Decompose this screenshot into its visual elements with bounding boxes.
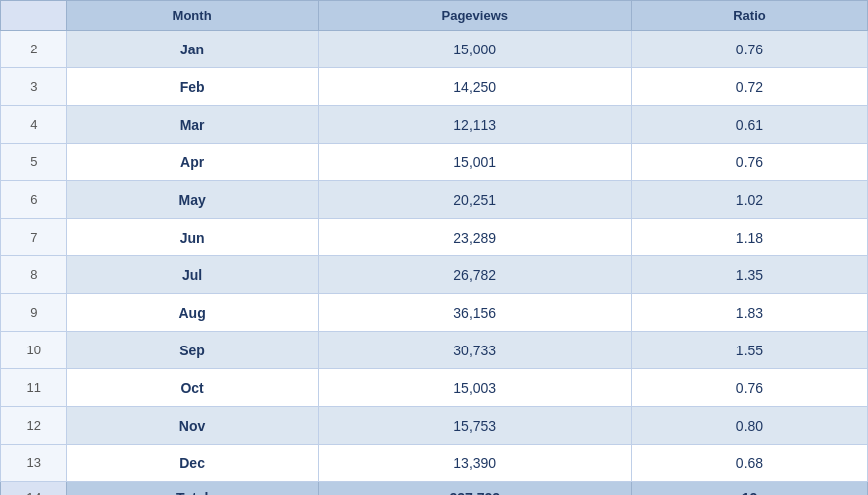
table-row: 4Mar12,1130.61 xyxy=(1,106,868,144)
cell-pageviews: 12,113 xyxy=(318,106,631,144)
col-header-month: Month xyxy=(66,1,318,31)
cell-ratio: 1.18 xyxy=(631,219,867,256)
cell-ratio: 0.72 xyxy=(631,68,867,106)
cell-month: Mar xyxy=(66,106,318,144)
cell-ratio: 0.80 xyxy=(631,407,867,445)
table-row: 13Dec13,3900.68 xyxy=(1,445,868,482)
footer-month: Total xyxy=(66,482,318,496)
header-row: Month Pageviews Ratio xyxy=(1,1,868,31)
cell-ratio: 0.61 xyxy=(631,106,867,144)
cell-pageviews: 23,289 xyxy=(318,219,631,256)
cell-month: Dec xyxy=(66,445,318,482)
cell-rownum: 10 xyxy=(1,332,67,369)
cell-rownum: 8 xyxy=(1,256,67,294)
table-row: 3Feb14,2500.72 xyxy=(1,68,868,106)
cell-month: Jan xyxy=(66,31,318,68)
col-header-pageviews: Pageviews xyxy=(318,1,631,31)
table-row: 9Aug36,1561.83 xyxy=(1,294,868,332)
cell-pageviews: 20,251 xyxy=(318,181,631,219)
col-header-ratio: Ratio xyxy=(631,1,867,31)
cell-rownum: 13 xyxy=(1,445,67,482)
footer-pageviews: 237,722 xyxy=(318,482,631,496)
cell-ratio: 1.83 xyxy=(631,294,867,332)
cell-ratio: 1.55 xyxy=(631,332,867,369)
table-row: 10Sep30,7331.55 xyxy=(1,332,868,369)
cell-month: Nov xyxy=(66,407,318,445)
cell-pageviews: 15,000 xyxy=(318,31,631,68)
cell-pageviews: 15,003 xyxy=(318,369,631,407)
cell-rownum: 2 xyxy=(1,31,67,68)
cell-pageviews: 26,782 xyxy=(318,256,631,294)
cell-ratio: 0.76 xyxy=(631,31,867,68)
footer-ratio: 12 xyxy=(631,482,867,496)
table-row: 6May20,2511.02 xyxy=(1,181,868,219)
footer-row: 14 Total 237,722 12 xyxy=(1,482,868,496)
col-header-rownum xyxy=(1,1,67,31)
cell-ratio: 0.76 xyxy=(631,144,867,181)
cell-month: Jun xyxy=(66,219,318,256)
cell-rownum: 11 xyxy=(1,369,67,407)
cell-rownum: 4 xyxy=(1,106,67,144)
cell-pageviews: 15,001 xyxy=(318,144,631,181)
data-table: Month Pageviews Ratio 2Jan15,0000.763Feb… xyxy=(0,0,868,495)
cell-pageviews: 13,390 xyxy=(318,445,631,482)
cell-ratio: 0.76 xyxy=(631,369,867,407)
table-row: 12Nov15,7530.80 xyxy=(1,407,868,445)
table-row: 8Jul26,7821.35 xyxy=(1,256,868,294)
cell-month: Apr xyxy=(66,144,318,181)
cell-month: Feb xyxy=(66,68,318,106)
cell-rownum: 3 xyxy=(1,68,67,106)
cell-month: May xyxy=(66,181,318,219)
cell-ratio: 1.02 xyxy=(631,181,867,219)
cell-rownum: 7 xyxy=(1,219,67,256)
cell-month: Oct xyxy=(66,369,318,407)
spreadsheet: Month Pageviews Ratio 2Jan15,0000.763Feb… xyxy=(0,0,868,495)
cell-rownum: 5 xyxy=(1,144,67,181)
table-row: 7Jun23,2891.18 xyxy=(1,219,868,256)
cell-month: Jul xyxy=(66,256,318,294)
cell-month: Aug xyxy=(66,294,318,332)
footer-rownum: 14 xyxy=(1,482,67,496)
table-row: 5Apr15,0010.76 xyxy=(1,144,868,181)
cell-ratio: 0.68 xyxy=(631,445,867,482)
cell-month: Sep xyxy=(66,332,318,369)
cell-pageviews: 30,733 xyxy=(318,332,631,369)
cell-pageviews: 15,753 xyxy=(318,407,631,445)
cell-rownum: 9 xyxy=(1,294,67,332)
cell-ratio: 1.35 xyxy=(631,256,867,294)
cell-rownum: 6 xyxy=(1,181,67,219)
cell-pageviews: 36,156 xyxy=(318,294,631,332)
cell-rownum: 12 xyxy=(1,407,67,445)
table-row: 11Oct15,0030.76 xyxy=(1,369,868,407)
cell-pageviews: 14,250 xyxy=(318,68,631,106)
table-row: 2Jan15,0000.76 xyxy=(1,31,868,68)
